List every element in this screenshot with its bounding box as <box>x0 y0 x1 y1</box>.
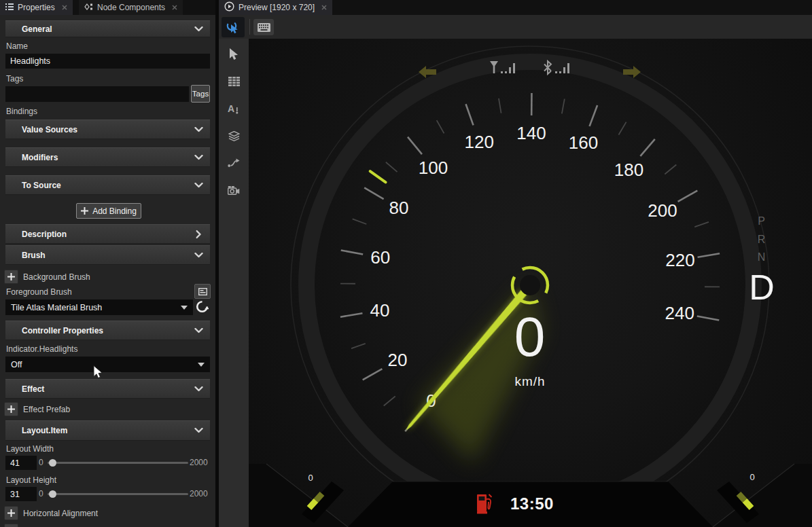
properties-panel: General Name Tags Tags Bindings Value So… <box>0 15 215 527</box>
section-description[interactable]: Description <box>5 224 210 244</box>
layout-height-slider[interactable] <box>48 493 188 495</box>
tab-properties-label: Properties <box>18 3 55 12</box>
chevron-down-icon <box>194 253 203 258</box>
section-layout-item[interactable]: Layout.Item <box>5 420 210 441</box>
application-window: Properties Node Components Preview [1920… <box>0 0 812 527</box>
clock-time: 13:50 <box>510 494 554 513</box>
fuel-pump-icon <box>477 492 493 515</box>
tab-bar: Properties Node Components Preview [1920… <box>0 0 812 15</box>
gear-n: N <box>753 251 771 264</box>
chevron-down-icon <box>198 363 205 367</box>
section-controller-properties[interactable]: Controller Properties <box>5 321 210 340</box>
connection-tool-button[interactable] <box>224 154 244 172</box>
preview-tool-strip: A <box>219 39 249 527</box>
chevron-down-icon <box>194 328 203 333</box>
foreground-brush-label: Foreground Brush <box>6 287 72 297</box>
section-effect[interactable]: Effect <box>5 379 210 399</box>
node-components-icon <box>84 3 93 13</box>
revert-arrow-icon <box>196 300 209 313</box>
loop-arrow-icon <box>228 158 240 168</box>
close-icon[interactable] <box>321 3 327 12</box>
headlights-state-dropdown[interactable]: Off <box>5 357 210 372</box>
chevron-down-icon <box>194 183 203 188</box>
section-brush[interactable]: Brush <box>5 245 210 265</box>
layout-height-value[interactable]: 31 <box>5 487 37 501</box>
layout-width-slider-handle[interactable] <box>49 459 56 467</box>
tab-node-components[interactable]: Node Components <box>79 0 183 15</box>
interact-cursor-icon <box>226 20 240 34</box>
chevron-down-icon <box>194 26 203 32</box>
add-effect-prefab-button[interactable] <box>4 402 18 416</box>
speedometer-dial: 020406080100120140160180200220240 <box>249 39 812 527</box>
svg-text:120: 120 <box>465 132 494 152</box>
table-icon <box>228 77 240 86</box>
tags-input[interactable] <box>5 86 189 102</box>
add-background-brush-button[interactable] <box>4 270 18 284</box>
add-property-button[interactable] <box>4 524 18 527</box>
group-to-source[interactable]: To Source <box>5 175 210 195</box>
tags-label: Tags <box>6 74 23 84</box>
chevron-down-icon <box>194 155 203 160</box>
clock-block: 13:50 <box>477 492 554 515</box>
name-input[interactable] <box>5 54 210 69</box>
close-icon[interactable] <box>172 3 177 12</box>
background-brush-label: Background Brush <box>23 272 90 282</box>
layout-width-value[interactable]: 41 <box>5 456 37 470</box>
effect-prefab-label: Effect Prefab <box>23 405 70 414</box>
add-binding-button[interactable]: Add Binding <box>76 203 141 219</box>
network-signal-icon <box>490 60 517 77</box>
keyboard-tool-button[interactable] <box>253 19 274 35</box>
select-tool-button[interactable] <box>224 46 244 63</box>
slider-min-label: 0 <box>39 489 43 498</box>
add-horizontal-alignment-button[interactable] <box>4 506 18 520</box>
slider-max-label: 2000 <box>190 489 208 498</box>
tab-preview[interactable]: Preview [1920 x 720] <box>219 0 332 15</box>
svg-text:60: 60 <box>370 247 390 268</box>
name-label: Name <box>6 41 28 51</box>
properties-list-icon <box>5 3 14 13</box>
bluetooth-signal <box>543 60 571 80</box>
layout-height-label: Layout Height <box>6 475 56 485</box>
tab-properties[interactable]: Properties <box>0 0 73 15</box>
bindings-label: Bindings <box>6 107 37 116</box>
layout-height-slider-handle[interactable] <box>49 490 56 498</box>
needle-hub-center <box>520 275 540 295</box>
group-modifiers[interactable]: Modifiers <box>5 147 210 167</box>
svg-text:220: 220 <box>665 250 694 270</box>
svg-text:200: 200 <box>648 200 677 221</box>
cursor-arrow-icon <box>229 48 239 60</box>
indicator-headlights-label: Indicator.Headlights <box>6 344 77 354</box>
layout-width-label: Layout Width <box>6 444 54 454</box>
tags-button[interactable]: Tags <box>191 85 210 103</box>
section-general[interactable]: General <box>5 20 210 37</box>
section-general-title: General <box>22 24 52 34</box>
interact-tool-button[interactable] <box>222 17 245 37</box>
left-gauge-value: 0 <box>304 473 317 483</box>
text-tool-button[interactable]: A <box>224 100 244 117</box>
brush-editor-button[interactable] <box>194 284 211 299</box>
speed-value: 0 <box>482 309 578 365</box>
keyboard-icon <box>258 23 270 32</box>
layers-icon <box>228 131 240 141</box>
svg-text:A: A <box>228 103 234 114</box>
right-turn-indicator <box>623 66 641 81</box>
chevron-down-icon <box>181 306 188 310</box>
reset-brush-button[interactable] <box>196 300 209 316</box>
bluetooth-icon <box>543 60 571 77</box>
foreground-brush-dropdown[interactable]: Tile Atlas Material Brush <box>5 299 193 315</box>
gear-p: P <box>753 215 771 228</box>
horizontal-alignment-label: Horizontal Alignment <box>23 509 98 518</box>
tab-node-components-label: Node Components <box>97 3 165 12</box>
play-icon <box>224 1 234 14</box>
layers-tool-button[interactable] <box>224 127 244 145</box>
gear-active: D <box>747 267 776 308</box>
camera-icon <box>228 185 240 195</box>
grid-tool-button[interactable] <box>224 73 244 90</box>
group-value-sources[interactable]: Value Sources <box>5 120 210 139</box>
svg-text:20: 20 <box>388 350 408 370</box>
network-signal <box>490 60 517 80</box>
layout-width-slider[interactable] <box>48 462 188 464</box>
camera-tool-button[interactable] <box>224 181 244 199</box>
preview-canvas[interactable]: 020406080100120140160180200220240 <box>249 39 812 527</box>
close-icon[interactable] <box>62 3 67 12</box>
